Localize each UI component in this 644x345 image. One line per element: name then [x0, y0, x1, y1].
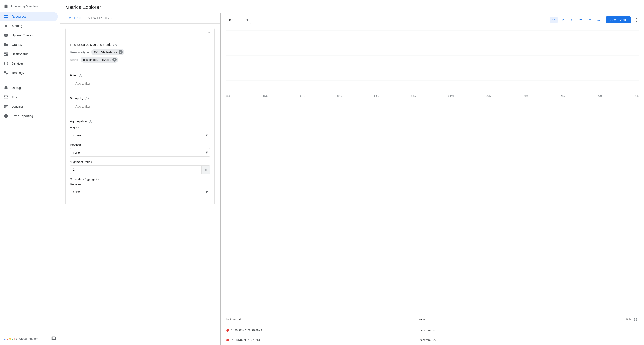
table-row[interactable]: 751314409327270264 us-central1-b 0: [221, 335, 644, 345]
more-options-button[interactable]: ⋮: [632, 16, 640, 24]
reducer-select-wrapper: none mean sum ▾: [70, 148, 210, 157]
group-by-help-icon[interactable]: ?: [85, 96, 88, 100]
time-btn-1w[interactable]: 1w: [576, 17, 584, 23]
folder-icon: [4, 42, 8, 47]
find-resource-help-icon[interactable]: ?: [113, 43, 117, 46]
secondary-reducer-select[interactable]: none: [70, 188, 210, 196]
check-circle-icon: [4, 33, 8, 38]
resource-type-text: Resource type:: [70, 50, 90, 54]
secondary-reducer-label: Reducer: [70, 183, 210, 186]
sidebar-item-logging[interactable]: Logging: [0, 102, 58, 111]
resource-type-close[interactable]: ✕: [118, 50, 122, 54]
topology-icon: [4, 70, 8, 75]
x-label-11: 9:25: [634, 94, 639, 97]
aligner-select[interactable]: mean sum min max: [70, 131, 210, 139]
sidebar-item-alerting[interactable]: Alerting: [0, 21, 58, 31]
dashboard-icon: [4, 52, 8, 56]
resource-type-chip[interactable]: GCE VM Instance ✕: [91, 49, 124, 55]
sidebar-item-trace[interactable]: Trace: [0, 92, 58, 102]
sidebar: Monitoring Overview Resources Alerting U…: [0, 0, 60, 345]
page-header: Metrics Explorer: [60, 0, 644, 13]
sidebar-item-label: Groups: [12, 43, 22, 46]
sidebar-item-resources[interactable]: Resources: [0, 12, 58, 21]
sidebar-item-groups[interactable]: Groups: [0, 40, 58, 49]
x-label-8: 9:10: [523, 94, 528, 97]
series-dot-1: [226, 339, 229, 342]
sidebar-item-error-reporting[interactable]: Error Reporting: [0, 111, 58, 121]
time-btn-1h[interactable]: 1h: [550, 17, 558, 23]
tabs: METRIC VIEW OPTIONS: [60, 13, 220, 24]
group-by-input[interactable]: [70, 103, 210, 110]
time-btn-6w[interactable]: 6w: [594, 17, 602, 23]
alignment-period-row: m: [70, 165, 210, 174]
logging-icon: [4, 104, 8, 109]
col-zone: zone: [418, 318, 611, 323]
reducer-label: Reducer: [70, 143, 210, 146]
x-label-1: 8:35: [263, 94, 268, 97]
filter-input[interactable]: [70, 80, 210, 87]
main-content: Metrics Explorer METRIC VIEW OPTIONS ⌃ F…: [60, 0, 644, 345]
sidebar-item-debug[interactable]: Debug: [0, 83, 58, 92]
collapse-header: ⌃: [65, 28, 215, 38]
filter-section: Filter ?: [65, 69, 215, 92]
console-icon[interactable]: [51, 336, 56, 342]
sidebar-item-label: Resources: [12, 15, 26, 18]
grid-icon: [4, 14, 8, 19]
metric-value: custom/gpu_utilizati...: [83, 58, 111, 61]
panel-body: ⌃ Find resource type and metric ? Resour…: [60, 24, 220, 209]
time-btn-1d[interactable]: 1d: [567, 17, 575, 23]
secondary-agg-label: Secondary Aggregation: [70, 177, 210, 181]
chart-svg: [226, 30, 639, 93]
content-area: METRIC VIEW OPTIONS ⌃ Find resource type…: [60, 13, 644, 345]
aligner-label: Aligner: [70, 126, 210, 129]
group-by-section: Group By ?: [65, 92, 215, 115]
sidebar-item-label: Error Reporting: [12, 114, 33, 118]
sidebar-item-services[interactable]: Services: [0, 59, 58, 68]
sidebar-item-uptime-checks[interactable]: Uptime Checks: [0, 31, 58, 40]
filter-label: Filter ?: [70, 73, 210, 77]
aggregation-help-icon[interactable]: ?: [89, 120, 92, 123]
resource-type-value: GCE VM Instance: [94, 50, 117, 54]
data-table: instance_id zone Value 13933067762006490…: [221, 315, 644, 345]
value-1: 0: [611, 338, 633, 342]
error-icon: [4, 113, 8, 118]
time-btn-1m[interactable]: 1m: [585, 17, 593, 23]
sidebar-item-label: Trace: [12, 95, 20, 99]
table-row[interactable]: 1393306776200649079 us-central1-a 0: [221, 325, 644, 335]
x-label-5: 8:55: [411, 94, 416, 97]
x-label-10: 9:20: [597, 94, 602, 97]
sidebar-item-dashboards[interactable]: Dashboards: [0, 49, 58, 59]
metric-close[interactable]: ✕: [112, 58, 116, 62]
zone-0: us-central1-a: [418, 329, 611, 332]
x-label-9: 9:15: [560, 94, 564, 97]
secondary-reducer-select-wrapper: none ▾: [70, 188, 210, 196]
home-icon: [4, 3, 8, 9]
collapse-icon[interactable]: ⌃: [207, 31, 211, 36]
reducer-select[interactable]: none mean sum: [70, 148, 210, 157]
chart-type-chevron-icon: ▾: [246, 17, 248, 22]
alignment-period-input[interactable]: [70, 166, 202, 174]
google-cloud-logo: Google Cloud Platform: [4, 337, 38, 340]
save-chart-button[interactable]: Save Chart: [606, 16, 630, 23]
zone-1: us-central1-b: [418, 338, 611, 342]
services-icon: [4, 61, 8, 66]
metric-chip[interactable]: custom/gpu_utilizati... ✕: [80, 57, 118, 62]
aggregation-label: Aggregation ?: [70, 120, 210, 123]
tab-view-options[interactable]: VIEW OPTIONS: [85, 13, 116, 23]
alignment-period-label: Alignment Period: [70, 160, 210, 164]
sidebar-bottom-section: Debug Trace Logging Error Reporting: [0, 82, 60, 122]
chart-type-select[interactable]: Line ▾: [224, 16, 251, 24]
sidebar-header: Monitoring Overview: [0, 0, 60, 11]
col-instance-id: instance_id: [226, 318, 418, 323]
sidebar-item-label: Uptime Checks: [12, 33, 33, 37]
metric-label-text: Metric:: [70, 58, 79, 61]
time-btn-6h[interactable]: 6h: [558, 17, 566, 23]
trace-icon: [4, 95, 8, 100]
app-title: Monitoring Overview: [11, 5, 38, 8]
time-buttons: 1h 6h 1d 1w 1m 6w: [550, 17, 602, 23]
series-dot-0: [226, 329, 229, 332]
tab-metric[interactable]: METRIC: [65, 13, 85, 23]
filter-help-icon[interactable]: ?: [79, 73, 82, 77]
sidebar-item-topology[interactable]: Topology: [0, 68, 58, 77]
sidebar-item-label: Services: [12, 62, 24, 65]
